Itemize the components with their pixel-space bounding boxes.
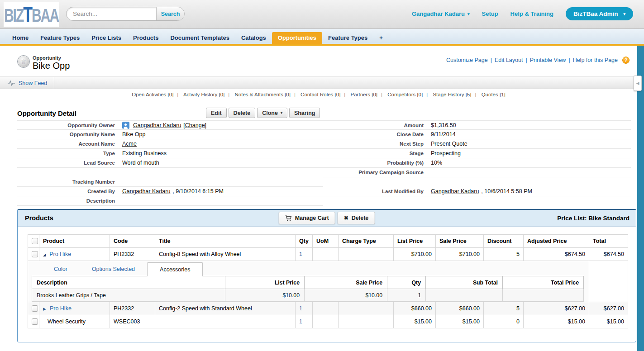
printable-view-link[interactable]: Printable View [530, 57, 566, 63]
delete-button[interactable]: Delete [229, 108, 256, 118]
entity-type-label: Opportunity [33, 55, 61, 61]
created-by-link[interactable]: Gangadhar Kadaru [122, 188, 170, 194]
separator: | [177, 92, 178, 97]
customize-page-link[interactable]: Customize Page [446, 57, 488, 63]
separator: | [475, 92, 476, 97]
column-header: Charge Type [339, 235, 394, 248]
sidebar-collapse-button[interactable]: ◀ [634, 76, 642, 91]
modified-by-link[interactable]: Gangadhar Kadaru [431, 188, 479, 194]
top-right-nav: Gangadhar Kadaru▾ Setup Help & Training … [412, 7, 633, 20]
tab-accessories[interactable]: Accessories [147, 262, 203, 276]
crown-icon: ♕ [21, 58, 26, 65]
activity-history-link[interactable]: Activity History [183, 92, 217, 97]
competitors-link[interactable]: Competitors [387, 92, 415, 97]
opportunity-owner-value: Gangadhar Kadaru [Change] [122, 122, 323, 129]
row-checkbox[interactable] [32, 305, 38, 312]
edit-layout-link[interactable]: Edit Layout [495, 57, 523, 63]
avatar [122, 122, 129, 129]
section-heading: Opportunity Detail [17, 109, 76, 117]
expand-row-icon[interactable]: ▶ [43, 307, 46, 311]
top-header: BIZTBAA Search Gangadhar Kadaru▾ Setup H… [0, 0, 644, 29]
tab-home[interactable]: Home [6, 32, 34, 44]
field-label: Opportunity Name [17, 132, 122, 137]
collapse-row-icon[interactable]: ◢ [43, 253, 46, 257]
account-link[interactable]: Acme [122, 141, 137, 147]
separator: | [525, 57, 527, 63]
search-input[interactable] [73, 8, 154, 20]
table-header-row: Product Code Title Qty UoM Charge Type L… [28, 235, 628, 248]
search-button[interactable]: Search [156, 7, 184, 20]
row-checkbox[interactable] [32, 318, 38, 325]
column-header: List Price [225, 276, 305, 289]
help-for-page-link[interactable]: Help for this Page [573, 57, 618, 63]
products-title: Products [25, 214, 53, 222]
product-link[interactable]: Pro Hike [50, 305, 72, 312]
tab-price-lists[interactable]: Price Lists [86, 32, 127, 44]
app-menu-button[interactable]: BizTBaa Admin▾ [566, 7, 633, 20]
owner-link[interactable]: Gangadhar Kadaru [133, 122, 181, 128]
clone-button[interactable]: Clone▾ [257, 108, 287, 118]
opportunity-name-value: Bike Opp [122, 131, 323, 138]
column-header: Sale Price [305, 276, 387, 289]
sharing-button[interactable]: Sharing [289, 108, 320, 118]
help-icon[interactable]: ? [622, 57, 630, 64]
table-row: Wheel Security WSEC003 1 $15.00 $15.00 0… [28, 315, 628, 328]
column-header: Discount [484, 235, 524, 248]
page-title: Bike Opp [33, 61, 70, 71]
cart-icon [285, 215, 292, 221]
column-header: Total [589, 235, 628, 248]
add-tab-button[interactable]: + [373, 32, 389, 44]
field-label: Account Name [17, 141, 122, 147]
delete-x-icon: ✖ [344, 215, 348, 221]
global-search: Search [66, 7, 185, 21]
close-date-value: 9/11/2014 [431, 131, 631, 138]
product-link[interactable]: Pro Hike [49, 251, 71, 257]
chevron-down-icon: ▾ [467, 12, 470, 16]
row-checkbox[interactable] [32, 251, 38, 257]
delete-products-button[interactable]: ✖ Delete [338, 212, 375, 224]
stage-history-link[interactable]: Stage History [433, 92, 464, 97]
separator: | [568, 57, 570, 63]
contact-roles-link[interactable]: Contact Roles [301, 92, 333, 97]
field-label: Close Date [323, 132, 431, 137]
detail-buttons: Edit Delete Clone▾ Sharing [206, 108, 320, 118]
column-header: Code [110, 235, 155, 248]
partners-link[interactable]: Partners [351, 92, 370, 97]
field-label: Next Step [323, 141, 431, 147]
column-header: Adjusted Price [524, 235, 589, 248]
setup-link[interactable]: Setup [482, 10, 498, 17]
help-training-link[interactable]: Help & Training [510, 10, 553, 17]
column-header: Title [155, 235, 296, 248]
quotes-link[interactable]: Quotes [482, 92, 498, 97]
separator: | [294, 92, 296, 97]
column-header: Sub Total [426, 276, 503, 289]
tab-feature-types[interactable]: Feature Types [34, 32, 86, 44]
column-header: Sale Price [436, 235, 484, 248]
column-header: List Price [394, 235, 436, 248]
separator: | [491, 57, 492, 63]
open-activities-link[interactable]: Open Activities [132, 92, 166, 97]
tab-feature-types-2[interactable]: Feature Types [322, 32, 373, 44]
show-feed-button[interactable]: Show Feed [0, 77, 54, 89]
notes-attachments-link[interactable]: Notes & Attachments [235, 92, 283, 97]
field-label: Type [17, 151, 122, 156]
sidebar-collapse-strip[interactable] [637, 46, 644, 351]
user-menu[interactable]: Gangadhar Kadaru▾ [412, 10, 470, 17]
active-tab-underline [0, 44, 644, 46]
edit-button[interactable]: Edit [206, 108, 227, 118]
tab-catalogs[interactable]: Catalogs [235, 32, 272, 44]
tab-products[interactable]: Products [127, 32, 164, 44]
select-all-checkbox[interactable] [32, 238, 38, 244]
app-logo[interactable]: BIZTBAA [4, 2, 59, 27]
tab-opportunities[interactable]: Opportunities [272, 32, 322, 44]
owner-change-link[interactable]: [Change] [183, 122, 206, 128]
manage-cart-button[interactable]: Manage Cart [279, 212, 335, 224]
collapse-left-icon: ◀ [636, 81, 639, 85]
products-panel: Products Manage Cart ✖ Delete Price List… [17, 209, 636, 342]
tab-color[interactable]: Color [42, 262, 80, 276]
tab-document-templates[interactable]: Document Templates [164, 32, 235, 44]
price-list-label: Price List: Bike Standard [557, 215, 630, 222]
opportunity-icon: ♕ [17, 55, 30, 68]
column-header: Product [39, 235, 110, 248]
tab-options-selected[interactable]: Options Selected [80, 262, 147, 276]
